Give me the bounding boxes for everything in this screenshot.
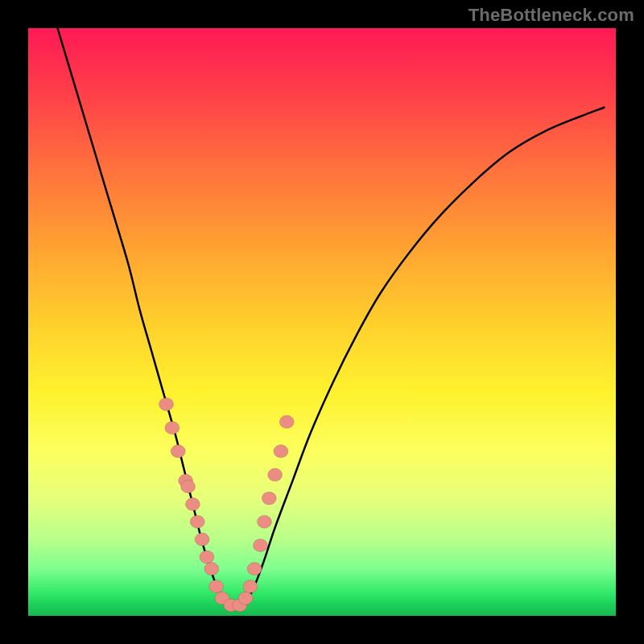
sample-point [274, 445, 288, 458]
chart-frame: TheBottleneck.com [0, 0, 644, 644]
sample-point [171, 445, 185, 458]
sample-point [209, 580, 224, 593]
bottleneck-curve [58, 28, 605, 609]
plot-area [28, 28, 616, 616]
sample-point [243, 580, 258, 593]
sample-point [204, 563, 219, 576]
sample-point-group [159, 398, 295, 612]
sample-point [247, 563, 262, 576]
curve-layer [28, 28, 616, 616]
watermark-text: TheBottleneck.com [469, 5, 634, 26]
sample-point [258, 515, 272, 528]
sample-point [181, 480, 196, 493]
sample-point [262, 492, 276, 505]
sample-point [279, 415, 294, 428]
sample-point [185, 497, 200, 510]
sample-point [200, 551, 214, 564]
sample-point [268, 469, 283, 481]
sample-point [159, 398, 174, 411]
sample-point [253, 539, 267, 551]
sample-point [195, 533, 209, 546]
sample-point [238, 592, 253, 605]
sample-point [165, 421, 180, 434]
sample-point [190, 515, 204, 528]
